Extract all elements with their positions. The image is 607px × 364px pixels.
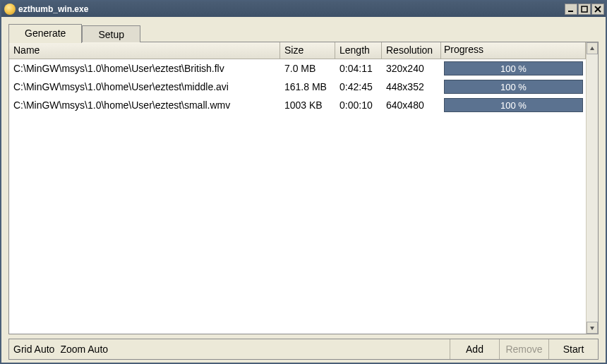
cell-size: 7.0 MB [280,61,335,76]
add-button[interactable]: Add [450,339,499,359]
progress-bar: 100 % [444,98,583,112]
cell-length: 0:04:11 [335,61,382,76]
cell-resolution: 320x240 [382,61,441,76]
close-button[interactable] [591,4,604,15]
scroll-track[interactable] [587,54,598,322]
vertical-scrollbar[interactable] [586,42,598,334]
col-length[interactable]: Length [335,42,382,59]
col-size[interactable]: Size [280,42,335,59]
svg-marker-5 [590,327,594,330]
status-zoom: Zoom Auto [60,344,108,355]
col-resolution[interactable]: Resolution [382,42,441,59]
status-grid: Grid Auto [13,344,54,355]
col-name[interactable]: Name [9,42,280,59]
cell-size: 161.8 MB [280,79,335,95]
minimize-button[interactable] [565,4,577,15]
scroll-up-arrow-icon[interactable] [587,42,598,54]
tab-setup[interactable]: Setup [82,25,140,42]
cell-length: 0:42:45 [335,79,382,95]
tab-panel: Name Size Length Resolution Progress C:\… [8,42,599,334]
cell-progress: 100 % [441,97,586,114]
window-title: ezthumb_win.exe [18,4,564,14]
svg-rect-1 [582,6,587,12]
cell-name: C:\MinGW\msys\1.0\home\User\eztest\small… [9,97,280,113]
table-row[interactable]: C:\MinGW\msys\1.0\home\User\eztest\small… [9,96,586,114]
cell-progress: 100 % [441,78,586,95]
table-row[interactable]: C:\MinGW\msys\1.0\home\User\eztest\Briti… [9,59,586,78]
column-headers: Name Size Length Resolution Progress [9,42,586,59]
status-text: Grid Auto Zoom Auto [9,339,450,359]
start-button[interactable]: Start [548,339,598,359]
cell-name: C:\MinGW\msys\1.0\home\User\eztest\Briti… [9,61,280,76]
tab-strip: Generate Setup [8,24,599,42]
cell-name: C:\MinGW\msys\1.0\home\User\eztest\middl… [9,79,280,95]
maximize-button[interactable] [578,4,591,15]
app-icon [4,4,16,15]
tab-generate[interactable]: Generate [8,24,82,43]
progress-bar: 100 % [444,80,583,94]
app-window: ezthumb_win.exe Generate Setup Name [0,0,607,364]
remove-button[interactable]: Remove [499,339,548,359]
progress-bar: 100 % [444,61,583,75]
scroll-down-arrow-icon[interactable] [587,322,598,334]
cell-size: 1003 KB [280,97,335,113]
status-bar: Grid Auto Zoom Auto Add Remove Start [8,339,599,360]
col-progress[interactable]: Progress [441,42,586,59]
table-row[interactable]: C:\MinGW\msys\1.0\home\User\eztest\middl… [9,78,586,96]
cell-progress: 100 % [441,60,586,77]
cell-length: 0:00:10 [335,97,382,113]
client-area: Generate Setup Name Size Length Resoluti… [1,17,606,363]
file-listview[interactable]: Name Size Length Resolution Progress C:\… [9,42,598,334]
cell-resolution: 640x480 [382,97,441,113]
svg-marker-4 [590,47,594,50]
titlebar[interactable]: ezthumb_win.exe [1,1,606,17]
cell-resolution: 448x352 [382,79,441,95]
